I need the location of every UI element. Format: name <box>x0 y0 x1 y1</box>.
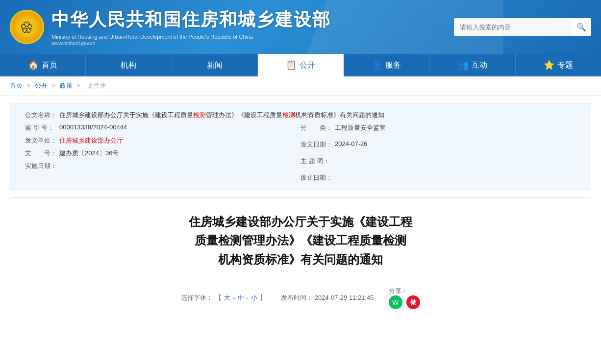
wechat-icon: W <box>392 298 399 306</box>
font-medium-button[interactable]: 中 <box>238 293 244 302</box>
meta-row-category: 分 类： 工程质量安全监管 <box>300 123 576 132</box>
meta-value-docname: 住房城乡建设部办公厅关于实施《建设工程质量检测管理办法》《建设工程质量检测机构资… <box>59 111 576 120</box>
meta-two-col-1: 索 引 号： 000013338/2024-00444 发文单位： 住房城乡建设… <box>25 123 576 182</box>
home-icon: 🏠 <box>28 60 39 71</box>
breadcrumb-open[interactable]: 公开 <box>35 82 48 89</box>
meta-label-category: 分 类： <box>300 123 335 132</box>
nav-label-interact: 互动 <box>472 60 487 71</box>
breadcrumb: 首页 > 公开 > 政策 > 文件库 <box>0 76 601 96</box>
publish-time-block: 发布时间： 2024-07-29 11:21:45 <box>281 293 374 302</box>
meta-value-issuedate: 2024-07-26 <box>335 140 576 147</box>
meta-label-issuedate: 发文日期： <box>300 140 335 149</box>
nav-item-home[interactable]: 🏠 首页 <box>0 54 86 76</box>
nav-item-interact[interactable]: 👥 互动 <box>429 54 515 76</box>
font-size-bracket-close: 】 <box>260 293 266 302</box>
nav-item-open[interactable]: 📋 公开 <box>258 54 344 76</box>
meta-label-expiredate: 废止日期： <box>300 173 335 182</box>
nav-item-service[interactable]: 👤 服务 <box>344 54 429 76</box>
nav-label-open: 公开 <box>300 60 315 71</box>
breadcrumb-home[interactable]: 首页 <box>10 82 23 89</box>
meta-left-col-1: 索 引 号： 000013338/2024-00444 发文单位： 住房城乡建设… <box>25 123 300 182</box>
meta-label-docnum: 文 号： <box>25 149 59 158</box>
weibo-icon: 微 <box>410 298 416 307</box>
main-nav: 🏠 首页 机构 新闻 📋 公开 👤 服务 👥 互动 ⭐ 专题 <box>0 54 601 76</box>
meta-row-keywords: 主 题 词： <box>300 157 576 166</box>
meta-row-docname: 公文名称： 住房城乡建设部办公厅关于实施《建设工程质量检测管理办法》《建设工程质… <box>25 111 576 120</box>
breadcrumb-sep3: > <box>76 82 82 89</box>
article-meta: 选择字体： 【 大 - 中 - 小 】 发布时间： 2024-07-29 11:… <box>40 287 561 309</box>
meta-value-issuer: 住房城乡建设部办公厅 <box>59 136 300 145</box>
publish-time-value: 2024-07-29 11:21:45 <box>315 294 374 301</box>
font-size-sep2: - <box>247 294 249 302</box>
font-small-button[interactable]: 小 <box>251 293 257 302</box>
article-divider <box>40 279 561 279</box>
nav-label-org: 机构 <box>121 60 136 71</box>
meta-value-ref: 000013338/2024-00444 <box>59 123 300 131</box>
share-block: 分享： W 微 <box>389 287 420 309</box>
article-title: 住房城乡建设部办公厅关于实施《建设工程质量检测管理办法》《建设工程质量检测机构资… <box>40 213 561 269</box>
site-title-en: Ministry of Housing and Urban-Rural Deve… <box>51 34 331 40</box>
nav-label-service: 服务 <box>385 60 401 71</box>
nav-label-special: 专题 <box>557 60 573 71</box>
meta-row-docnum: 文 号： 建办质〔2024〕36号 <box>25 149 300 158</box>
meta-value-category: 工程质量安全监管 <box>335 123 576 132</box>
meta-label-keywords: 主 题 词： <box>300 157 335 166</box>
meta-row-issuer: 发文单位： 住房城乡建设部办公厅 <box>25 136 300 145</box>
nav-label-home: 首页 <box>42 60 57 71</box>
publish-time-label: 发布时间： <box>281 294 313 301</box>
meta-row-expiredate: 废止日期： <box>300 173 576 182</box>
font-size-bracket-open: 【 <box>215 293 222 302</box>
search-button[interactable]: 🔍 <box>572 18 591 36</box>
font-size-selector: 选择字体： 【 大 - 中 - 小 】 <box>181 293 266 302</box>
wechat-share-button[interactable]: W <box>389 295 402 309</box>
share-label: 分享： <box>389 287 408 294</box>
site-website: www.mohurd.gov.cn <box>51 41 331 46</box>
header-title-block: 中华人民共和国住房和城乡建设部 Ministry of Housing and … <box>51 8 331 46</box>
nav-label-news: 新闻 <box>207 60 223 71</box>
meta-label-ref: 索 引 号： <box>25 123 59 132</box>
nav-item-special[interactable]: ⭐ 专题 <box>516 54 601 76</box>
search-input[interactable] <box>454 18 572 36</box>
font-size-sep1: - <box>233 294 235 302</box>
meta-row-ref: 索 引 号： 000013338/2024-00444 <box>25 123 300 132</box>
meta-value-docnum: 建办质〔2024〕36号 <box>59 149 300 158</box>
document-meta-card: 公文名称： 住房城乡建设部办公厅关于实施《建设工程质量检测管理办法》《建设工程质… <box>10 103 591 190</box>
font-large-button[interactable]: 大 <box>224 293 230 302</box>
site-header: 🏵 中华人民共和国住房和城乡建设部 Ministry of Housing an… <box>0 0 601 54</box>
service-icon: 👤 <box>372 60 382 71</box>
breadcrumb-current: 文件库 <box>87 82 106 89</box>
meta-label-docname: 公文名称： <box>25 111 59 120</box>
logo-emblem-icon: 🏵 <box>20 19 34 35</box>
search-icon: 🔍 <box>576 23 586 32</box>
meta-row-issuedate: 发文日期： 2024-07-26 <box>300 140 576 149</box>
breadcrumb-policy[interactable]: 政策 <box>60 82 73 89</box>
nav-item-news[interactable]: 新闻 <box>172 54 258 76</box>
interact-icon: 👥 <box>458 60 469 71</box>
font-size-label: 选择字体： <box>181 293 213 302</box>
site-title-cn: 中华人民共和国住房和城乡建设部 <box>51 8 331 32</box>
meta-label-issuer: 发文单位： <box>25 136 59 145</box>
header-branding: 🏵 中华人民共和国住房和城乡建设部 Ministry of Housing an… <box>10 8 331 46</box>
special-icon: ⭐ <box>544 60 554 71</box>
meta-label-impldate: 实施日期： <box>25 162 59 170</box>
site-logo: 🏵 <box>10 10 44 44</box>
meta-right-col-1: 分 类： 工程质量安全监管 发文日期： 2024-07-26 主 题 词： 废止… <box>300 123 576 182</box>
share-icons: W 微 <box>389 295 420 309</box>
weibo-share-button[interactable]: 微 <box>406 295 420 309</box>
article-content: 住房城乡建设部办公厅关于实施《建设工程质量检测管理办法》《建设工程质量检测机构资… <box>10 197 591 329</box>
search-bar: 🔍 <box>454 18 591 36</box>
open-icon: 📋 <box>286 60 297 71</box>
nav-item-org[interactable]: 机构 <box>86 54 172 76</box>
breadcrumb-sep1: > <box>27 82 32 89</box>
meta-row-impldate: 实施日期： <box>25 162 300 170</box>
breadcrumb-sep2: > <box>51 82 57 89</box>
